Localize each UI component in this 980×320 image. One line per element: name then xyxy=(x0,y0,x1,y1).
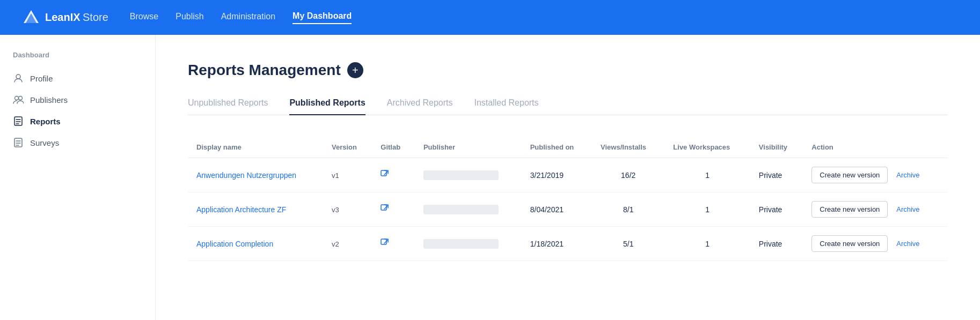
sidebar-item-profile[interactable]: Profile xyxy=(0,68,155,89)
views-installs: 8/1 xyxy=(623,205,633,214)
report-name-link[interactable]: Anwendungen Nutzergruppen xyxy=(196,171,296,180)
views-installs: 5/1 xyxy=(623,240,633,248)
nav-links: Browse Publish Administration My Dashboa… xyxy=(130,11,959,24)
published-on: 8/04/2021 xyxy=(530,205,564,214)
tab-installed[interactable]: Installed Reports xyxy=(474,98,539,115)
sidebar-label-publishers: Publishers xyxy=(30,95,68,105)
svg-point-2 xyxy=(16,75,20,79)
page-title: Reports Management xyxy=(188,62,341,79)
col-gitlab: Gitlab xyxy=(372,137,415,158)
table-row: Application Completion v2 1/18/2021 xyxy=(188,227,948,261)
col-publisher: Publisher xyxy=(415,137,522,158)
sidebar-item-surveys[interactable]: Surveys xyxy=(0,132,155,153)
table-row: Application Architecture ZF v3 8/04/2021 xyxy=(188,192,948,227)
add-report-button[interactable]: + xyxy=(347,62,363,78)
archive-link[interactable]: Archive xyxy=(896,240,919,248)
archive-link[interactable]: Archive xyxy=(896,205,919,213)
archive-link[interactable]: Archive xyxy=(896,171,919,179)
gitlab-external-link-icon[interactable] xyxy=(381,240,389,249)
version-badge: v2 xyxy=(332,240,339,248)
publisher-bar xyxy=(423,239,499,249)
col-published-on: Published on xyxy=(522,137,592,158)
published-on: 3/21/2019 xyxy=(530,171,564,180)
live-workspaces: 1 xyxy=(705,171,710,180)
create-new-version-button[interactable]: Create new version xyxy=(811,235,888,252)
col-action: Action xyxy=(803,137,948,158)
col-display-name: Display name xyxy=(188,137,323,158)
main-content: Reports Management + Unpublished Reports… xyxy=(156,35,980,320)
tabs: Unpublished Reports Published Reports Ar… xyxy=(188,98,948,115)
visibility-label: Private xyxy=(759,205,782,214)
doc-icon-surveys xyxy=(13,137,24,148)
visibility-label: Private xyxy=(759,171,782,180)
nav-publish[interactable]: Publish xyxy=(175,12,203,24)
table-row: Anwendungen Nutzergruppen v1 3/21/2019 xyxy=(188,158,948,192)
create-new-version-button[interactable]: Create new version xyxy=(811,167,888,183)
page-header: Reports Management + xyxy=(188,62,948,79)
brand[interactable]: LeanIX Store xyxy=(21,8,108,27)
col-version: Version xyxy=(323,137,372,158)
doc-icon-reports xyxy=(13,116,24,126)
live-workspaces: 1 xyxy=(705,205,710,214)
person-icon xyxy=(13,73,24,84)
svg-point-3 xyxy=(15,96,19,100)
version-badge: v3 xyxy=(332,206,339,214)
tab-published[interactable]: Published Reports xyxy=(289,98,365,115)
reports-table: Display name Version Gitlab Publisher Pu… xyxy=(188,137,948,261)
published-on: 1/18/2021 xyxy=(530,240,564,248)
views-installs: 16/2 xyxy=(621,171,635,180)
create-new-version-button[interactable]: Create new version xyxy=(811,201,888,218)
publisher-bar xyxy=(423,170,499,180)
leanix-logo xyxy=(21,8,41,27)
col-live-workspaces: Live Workspaces xyxy=(664,137,750,158)
version-badge: v1 xyxy=(332,172,339,180)
gitlab-external-link-icon[interactable] xyxy=(381,171,389,180)
sidebar: Dashboard Profile Publishers xyxy=(0,35,156,320)
people-icon xyxy=(13,94,24,105)
sidebar-item-reports[interactable]: Reports xyxy=(0,110,155,132)
visibility-label: Private xyxy=(759,240,782,248)
gitlab-external-link-icon[interactable] xyxy=(381,205,389,214)
live-workspaces: 1 xyxy=(705,240,710,248)
sidebar-label-surveys: Surveys xyxy=(30,138,59,147)
col-visibility: Visibility xyxy=(750,137,803,158)
sidebar-label-reports: Reports xyxy=(30,117,61,126)
nav-my-dashboard[interactable]: My Dashboard xyxy=(292,11,352,24)
navbar: LeanIX Store Browse Publish Administrati… xyxy=(0,0,980,35)
nav-administration[interactable]: Administration xyxy=(221,12,275,24)
nav-browse[interactable]: Browse xyxy=(130,12,158,24)
publisher-bar xyxy=(423,205,499,214)
layout: Dashboard Profile Publishers xyxy=(0,35,980,320)
brand-name: LeanIX Store xyxy=(45,11,108,24)
sidebar-label-profile: Profile xyxy=(30,74,53,83)
sidebar-item-publishers[interactable]: Publishers xyxy=(0,89,155,110)
svg-point-4 xyxy=(19,96,23,100)
report-name-link[interactable]: Application Completion xyxy=(196,240,273,248)
tab-unpublished[interactable]: Unpublished Reports xyxy=(188,98,268,115)
sidebar-section-title: Dashboard xyxy=(0,51,155,68)
tab-archived[interactable]: Archived Reports xyxy=(387,98,453,115)
col-views-installs: Views/Installs xyxy=(592,137,664,158)
report-name-link[interactable]: Application Architecture ZF xyxy=(196,205,286,214)
